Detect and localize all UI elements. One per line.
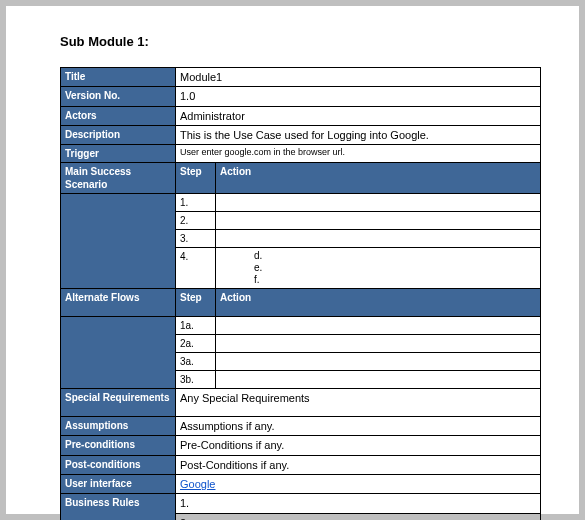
label-pre: Pre-conditions: [61, 436, 176, 455]
row-br: Business Rules 1.: [61, 494, 541, 513]
br-step: 2.: [176, 513, 541, 520]
main-step: 2.: [176, 212, 216, 230]
page-heading: Sub Module 1:: [60, 34, 541, 49]
value-ui: Google: [176, 475, 541, 494]
value-description: This is the Use Case used for Logging in…: [176, 125, 541, 144]
sub-item: d.: [220, 250, 536, 262]
alt-action: [216, 317, 541, 335]
head-action-alt: Action: [216, 289, 541, 317]
value-pre: Pre-Conditions if any.: [176, 436, 541, 455]
value-special: Any Special Requirements: [176, 389, 541, 417]
main-step: 1.: [176, 194, 216, 212]
label-assumptions: Assumptions: [61, 417, 176, 436]
value-post: Post-Conditions if any.: [176, 455, 541, 474]
label-main: Main Success Scenario: [61, 163, 176, 194]
main-action-sub: d. e. f.: [216, 248, 541, 289]
value-assumptions: Assumptions if any.: [176, 417, 541, 436]
label-special: Special Requirements: [61, 389, 176, 417]
row-trigger: Trigger User enter google.com in the bro…: [61, 145, 541, 163]
alt-step: 1a.: [176, 317, 216, 335]
label-actors: Actors: [61, 106, 176, 125]
label-version: Version No.: [61, 87, 176, 106]
label-alt: Alternate Flows: [61, 289, 176, 317]
row-title: Title Module1: [61, 68, 541, 87]
row-version: Version No. 1.0: [61, 87, 541, 106]
head-step-alt: Step: [176, 289, 216, 317]
value-trigger: User enter google.com in the browser url…: [176, 145, 541, 163]
main-step: 3.: [176, 230, 216, 248]
label-post: Post-conditions: [61, 455, 176, 474]
alt-step: 2a.: [176, 335, 216, 353]
alt-action: [216, 371, 541, 389]
use-case-table: Title Module1 Version No. 1.0 Actors Adm…: [60, 67, 541, 520]
row-pre: Pre-conditions Pre-Conditions if any.: [61, 436, 541, 455]
main-action: [216, 230, 541, 248]
br-step: 1.: [176, 494, 541, 513]
sub-item: e.: [220, 262, 536, 274]
google-link[interactable]: Google: [180, 478, 215, 490]
main-step: 4.: [176, 248, 216, 289]
label-description: Description: [61, 125, 176, 144]
row-assumptions: Assumptions Assumptions if any.: [61, 417, 541, 436]
row-alt-head: Alternate Flows Step Action: [61, 289, 541, 317]
alt-action: [216, 335, 541, 353]
head-action: Action: [216, 163, 541, 194]
row-main-head: Main Success Scenario Step Action: [61, 163, 541, 194]
label-ui: User interface: [61, 475, 176, 494]
value-version: 1.0: [176, 87, 541, 106]
label-title: Title: [61, 68, 176, 87]
sub-item: f.: [220, 274, 536, 286]
row-ui: User interface Google: [61, 475, 541, 494]
main-action: [216, 212, 541, 230]
row-description: Description This is the Use Case used fo…: [61, 125, 541, 144]
main-action: [216, 194, 541, 212]
value-actors: Administrator: [176, 106, 541, 125]
label-br: Business Rules: [61, 494, 176, 513]
row-actors: Actors Administrator: [61, 106, 541, 125]
alt-step: 3b.: [176, 371, 216, 389]
head-step: Step: [176, 163, 216, 194]
document-page: Sub Module 1: Title Module1 Version No. …: [6, 6, 579, 514]
row-special: Special Requirements Any Special Require…: [61, 389, 541, 417]
row-post: Post-conditions Post-Conditions if any.: [61, 455, 541, 474]
alt-step: 3a.: [176, 353, 216, 371]
label-trigger: Trigger: [61, 145, 176, 163]
value-title: Module1: [176, 68, 541, 87]
alt-action: [216, 353, 541, 371]
